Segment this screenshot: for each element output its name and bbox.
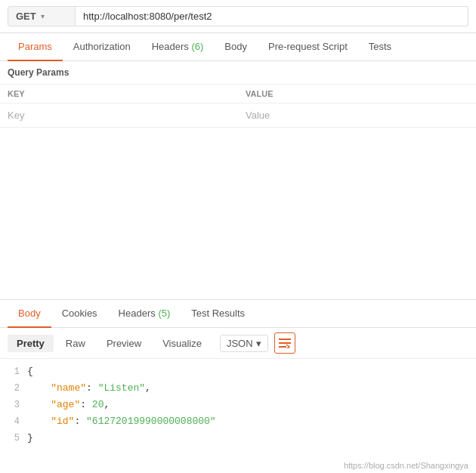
format-arrow: ▾ (256, 338, 261, 349)
json-brace-open: { (27, 363, 473, 380)
resp-tab-headers[interactable]: Headers (5) (108, 300, 181, 328)
query-params-section-header: Query Params (0, 61, 476, 85)
resp-tab-testresults[interactable]: Test Results (181, 300, 255, 328)
format-value: JSON (227, 338, 253, 349)
json-response-area: 1 { 2 "name": "Listen", 3 "age": 20, 4 "… (0, 359, 476, 451)
raw-button[interactable]: Raw (57, 335, 94, 352)
request-tabs: Params Authorization Headers (6) Body Pr… (0, 33, 476, 61)
line-number: 4 (3, 414, 27, 429)
tab-params[interactable]: Params (8, 33, 63, 61)
watermark: https://blog.csdn.net/Shangxingya (344, 461, 468, 470)
key-cell[interactable]: Key (0, 104, 238, 128)
json-age-field: "age": 20, (27, 397, 473, 413)
line-number: 1 (3, 364, 27, 379)
json-brace-close: } (27, 430, 473, 447)
tab-headers[interactable]: Headers (6) (141, 33, 215, 61)
json-line-4: 4 "id": "61272019990000008000" (0, 413, 476, 430)
response-toolbar: Pretty Raw Preview Visualize JSON ▾ (0, 328, 476, 359)
format-selector[interactable]: JSON ▾ (220, 335, 268, 352)
visualize-button[interactable]: Visualize (153, 335, 211, 352)
table-row: Key Value (0, 104, 476, 128)
line-number: 2 (3, 381, 27, 396)
pretty-button[interactable]: Pretty (8, 335, 54, 352)
json-line-3: 3 "age": 20, (0, 397, 476, 413)
tab-tests[interactable]: Tests (358, 33, 402, 61)
preview-button[interactable]: Preview (97, 335, 150, 352)
response-tabs: Body Cookies Headers (5) Test Results (0, 300, 476, 328)
line-number: 3 (3, 397, 27, 413)
resp-headers-badge: (5) (158, 308, 170, 319)
line-number: 5 (3, 431, 27, 446)
tab-authorization[interactable]: Authorization (63, 33, 141, 61)
wrap-button[interactable] (274, 332, 295, 354)
method-selector[interactable]: GET ▾ (8, 6, 76, 26)
wrap-lines-icon (279, 338, 291, 348)
json-id-field: "id": "61272019990000008000" (27, 413, 473, 430)
json-line-1: 1 { (0, 363, 476, 380)
method-dropdown-arrow: ▾ (41, 12, 45, 20)
value-column-header: VALUE (238, 85, 476, 104)
method-value: GET (16, 11, 36, 22)
response-section: Body Cookies Headers (5) Test Results Pr… (0, 299, 476, 473)
tab-prerequest[interactable]: Pre-request Script (258, 33, 358, 61)
url-input[interactable] (76, 6, 468, 26)
resp-tab-cookies[interactable]: Cookies (51, 300, 108, 328)
json-line-5: 5 } (0, 430, 476, 447)
key-column-header: KEY (0, 85, 238, 104)
tab-body[interactable]: Body (214, 33, 258, 61)
json-line-2: 2 "name": "Listen", (0, 380, 476, 397)
params-table: KEY VALUE Key Value (0, 85, 476, 128)
value-cell[interactable]: Value (238, 104, 476, 128)
resp-tab-body[interactable]: Body (8, 300, 51, 328)
json-name-field: "name": "Listen", (27, 380, 473, 397)
headers-badge: (6) (191, 41, 203, 52)
url-bar: GET ▾ (0, 0, 476, 33)
